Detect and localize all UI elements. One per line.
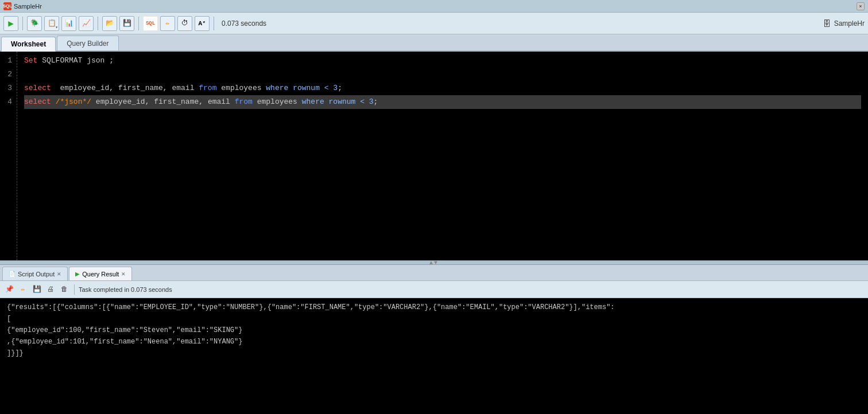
run-button[interactable]: ▶ xyxy=(3,16,18,31)
sql-text-1: SQLFORMAT json ; xyxy=(37,56,114,65)
line-num-3: 3 xyxy=(5,81,12,95)
history-button[interactable]: 📋▾ xyxy=(44,16,59,31)
line-num-6 xyxy=(5,123,12,136)
sql-semi-3: ; xyxy=(338,84,342,92)
kw-select-4: select xyxy=(24,97,51,106)
code-line-7 xyxy=(24,136,861,150)
save-button[interactable]: 💾 xyxy=(119,16,134,31)
code-line-5 xyxy=(24,109,861,123)
task-status: Task completed in 0.073 seconds xyxy=(79,286,172,293)
az-button[interactable]: Aᶻ xyxy=(195,16,210,31)
line-num-12 xyxy=(5,205,12,219)
tab-query-builder[interactable]: Query Builder xyxy=(57,36,118,50)
sql-table-3: employees xyxy=(216,84,266,92)
bottom-tab-bar: 📄 Script Output ✕ ▶ Query Result ✕ xyxy=(0,265,868,281)
code-lines: Set SQLFORMAT json ; select employee_id,… xyxy=(17,52,868,260)
main-toolbar: ▶ 🪲 📋▾ 📊 📈 📂 💾 SQL ✏ ⏱ Aᶻ 0.073 seconds … xyxy=(0,13,868,34)
title-bar: SQL SampleHr × xyxy=(0,0,868,13)
script-output-close[interactable]: ✕ xyxy=(57,271,61,277)
resize-handle[interactable]: ▲▼ xyxy=(0,260,868,265)
sql-cols-4: employee_id, first_name, email xyxy=(91,97,235,106)
pin-button[interactable]: 📌 xyxy=(3,284,15,295)
code-line-2 xyxy=(24,68,861,81)
editor-tab-bar: Worksheet Query Builder xyxy=(0,34,868,52)
sql-space-4 xyxy=(51,97,56,106)
eraser-button[interactable]: ✏ xyxy=(160,16,175,31)
line-num-9 xyxy=(5,164,12,178)
kw-from-4: from xyxy=(235,97,253,106)
line-num-7 xyxy=(5,136,12,150)
sql-cols-3: employee_id, first_name, email xyxy=(51,84,199,92)
separator-3 xyxy=(138,17,139,30)
line-num-8 xyxy=(5,150,12,164)
separator-2 xyxy=(98,17,98,30)
line-numbers: 1 2 3 4 xyxy=(0,52,17,260)
autotrace-button[interactable]: 📈 xyxy=(79,16,94,31)
edit-output-button[interactable]: ✏ xyxy=(17,284,29,295)
line-num-15 xyxy=(5,247,12,260)
query-result-close[interactable]: ✕ xyxy=(121,271,126,277)
db-icon: 🗄 xyxy=(822,18,832,29)
title-bar-close-button[interactable]: × xyxy=(857,2,865,10)
code-line-8 xyxy=(24,150,861,164)
query-result-icon: ▶ xyxy=(75,271,80,277)
line-num-11 xyxy=(5,192,12,205)
kw-where-3: where rownum < 3 xyxy=(266,84,338,92)
kw-from-3: from xyxy=(199,84,216,92)
code-line-6 xyxy=(24,123,861,136)
code-line-3: select employee_id, first_name, email fr… xyxy=(24,81,861,95)
code-line-10 xyxy=(24,178,861,192)
db-connection: 🗄 SampleHr xyxy=(822,18,865,29)
line-num-5 xyxy=(5,109,12,123)
commit-button[interactable]: ⏱ xyxy=(177,16,192,31)
line-num-2: 2 xyxy=(5,68,12,81)
sql-table-4: employees xyxy=(253,97,302,106)
tab-script-output-label: Script Output xyxy=(18,271,55,278)
kw-select-3: select xyxy=(24,84,51,92)
line-num-13 xyxy=(5,219,12,233)
line-num-4: 4 xyxy=(5,95,12,109)
open-button[interactable]: 📂 xyxy=(102,16,117,31)
explain-button[interactable]: 📊 xyxy=(61,16,76,31)
output-area: {"results":[{"columns":[{"name":"EMPLOYE… xyxy=(0,298,868,414)
line-num-10 xyxy=(5,178,12,192)
kw-json-comment-4: /*json*/ xyxy=(56,97,91,106)
output-line-2: [ xyxy=(7,313,861,325)
bottom-separator xyxy=(74,284,75,295)
sql-icon-button[interactable]: SQL xyxy=(143,16,158,31)
separator-1 xyxy=(22,17,23,30)
bottom-panel: 📄 Script Output ✕ ▶ Query Result ✕ 📌 ✏ 💾… xyxy=(0,265,868,414)
print-output-button[interactable]: 🖨 xyxy=(45,284,56,295)
script-output-icon: 📄 xyxy=(9,271,16,277)
output-line-1: {"results":[{"columns":[{"name":"EMPLOYE… xyxy=(7,302,861,313)
sql-semi-4: ; xyxy=(374,97,378,106)
separator-4 xyxy=(214,17,214,30)
execution-time: 0.073 seconds xyxy=(222,19,266,28)
kw-set: Set xyxy=(24,56,37,65)
tab-worksheet[interactable]: Worksheet xyxy=(1,37,56,52)
output-line-4: ,{"employee_id":101,"first_name":"Neena"… xyxy=(7,336,861,347)
output-line-5: ]}]} xyxy=(7,347,861,359)
tab-script-output[interactable]: 📄 Script Output ✕ xyxy=(2,267,68,280)
code-line-1: Set SQLFORMAT json ; xyxy=(24,54,861,68)
code-line-9 xyxy=(24,164,861,178)
app-icon: SQL xyxy=(3,2,11,10)
clear-output-button[interactable]: 🗑 xyxy=(59,284,70,295)
tab-query-result[interactable]: ▶ Query Result ✕ xyxy=(69,267,132,280)
kw-where-4: where rownum < 3 xyxy=(302,97,374,106)
line-num-1: 1 xyxy=(5,54,12,68)
title-bar-text: SampleHr xyxy=(14,3,857,10)
db-name: SampleHr xyxy=(834,19,865,28)
save-output-button[interactable]: 💾 xyxy=(31,284,42,295)
sql-editor[interactable]: 1 2 3 4 Set SQLFORMAT json ; select empl… xyxy=(0,52,868,260)
line-num-14 xyxy=(5,233,12,247)
output-line-3: {"employee_id":100,"first_name":"Steven"… xyxy=(7,325,861,336)
tab-query-result-label: Query Result xyxy=(82,271,119,278)
debug-button[interactable]: 🪲 xyxy=(27,16,42,31)
code-line-4: select /*json*/ employee_id, first_name,… xyxy=(24,95,861,109)
bottom-toolbar: 📌 ✏ 💾 🖨 🗑 Task completed in 0.073 second… xyxy=(0,281,868,298)
